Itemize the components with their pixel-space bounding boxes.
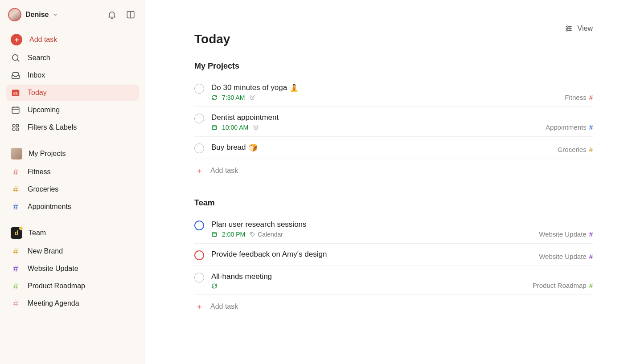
calendar-upcoming-icon <box>11 105 21 115</box>
alarm-icon <box>253 124 259 131</box>
task-emoji: 🍞 <box>249 143 258 152</box>
add-task-label: Add task <box>29 36 57 44</box>
task-checkbox[interactable] <box>194 221 204 230</box>
chevron-down-icon <box>53 12 58 17</box>
search-icon <box>11 53 21 63</box>
add-task-button[interactable]: Add task <box>6 31 139 49</box>
task-body: Plan user research sessions2:00 PMCalend… <box>211 220 532 238</box>
task-project-link[interactable]: Appointments# <box>546 123 593 131</box>
task-row[interactable]: Dentist appointment10:00 AMAppointments# <box>194 107 593 137</box>
section-title: Team <box>29 229 46 237</box>
task-checkbox[interactable] <box>194 114 204 123</box>
sidebar-item-label: Appointments <box>28 203 71 211</box>
task-project-name: Website Update <box>539 253 586 260</box>
task-checkbox[interactable] <box>194 250 204 260</box>
sidebar-item-label: Product Roadmap <box>28 282 85 290</box>
task-row[interactable]: All-hands meetingProduct Roadmap# <box>194 266 593 295</box>
svg-rect-14 <box>12 128 15 130</box>
task-project-link[interactable]: Website Update# <box>539 230 593 238</box>
svg-point-21 <box>566 30 567 31</box>
task-title: Provide feedback on Amy's design <box>211 250 532 259</box>
hash-icon: # <box>11 281 21 291</box>
add-task-label: Add task <box>210 303 238 311</box>
main-content: View Today My ProjectsDo 30 minutes of y… <box>145 0 624 364</box>
date-icon <box>211 231 218 237</box>
profile-name: Denise <box>25 11 49 19</box>
recurring-icon <box>211 94 218 101</box>
hash-icon: # <box>11 167 21 177</box>
task-checkbox[interactable] <box>194 84 204 94</box>
sidebar-item-inbox[interactable]: Inbox <box>6 67 139 83</box>
group-title: Team <box>194 198 593 208</box>
task-title: Dentist appointment <box>211 113 538 122</box>
task-meta: 2:00 PMCalendar <box>211 231 532 238</box>
sidebar-project-meeting-agenda[interactable]: # Meeting Agenda <box>6 295 139 311</box>
sidebar-item-label: New Brand <box>28 247 63 255</box>
svg-point-4 <box>12 55 18 61</box>
sidebar-item-label: Website Update <box>28 265 78 273</box>
team-avatar: d <box>11 227 22 239</box>
sidebar-project-groceries[interactable]: # Groceries <box>6 181 139 197</box>
task-project-link[interactable]: Product Roadmap# <box>533 282 593 289</box>
hash-icon: # <box>11 246 21 256</box>
svg-rect-12 <box>12 124 15 127</box>
task-body: Provide feedback on Amy's design <box>211 250 532 259</box>
svg-rect-13 <box>16 124 18 127</box>
task-checkbox[interactable] <box>194 143 204 153</box>
task-project-link[interactable]: Groceries# <box>558 146 593 153</box>
sidebar-section-team[interactable]: d Team <box>6 224 139 242</box>
group-title: My Projects <box>194 61 593 71</box>
bell-icon[interactable] <box>107 10 117 20</box>
plus-icon: ＋ <box>194 301 204 312</box>
add-task-inline[interactable]: ＋Add task <box>194 295 593 318</box>
task-row[interactable]: Provide feedback on Amy's designWebsite … <box>194 244 593 266</box>
my-projects-avatar <box>11 148 22 160</box>
sidebar-item-filters[interactable]: Filters & Labels <box>6 119 139 135</box>
team-avatar-letter: d <box>15 229 19 237</box>
task-title: Buy bread 🍞 <box>211 143 550 152</box>
add-task-inline[interactable]: ＋Add task <box>194 159 593 182</box>
task-project-link[interactable]: Fitness# <box>565 94 593 101</box>
task-title: Do 30 minutes of yoga 🧘 <box>211 83 558 92</box>
svg-rect-23 <box>212 126 216 130</box>
sidebar-section-my-projects[interactable]: My Projects <box>6 145 139 163</box>
task-time: 10:00 AM <box>222 124 248 131</box>
sidebar-project-new-brand[interactable]: # New Brand <box>6 243 139 259</box>
sidebar-project-website-update[interactable]: # Website Update <box>6 261 139 277</box>
sidebar-project-appointments[interactable]: # Appointments <box>6 199 139 215</box>
svg-point-17 <box>567 26 568 27</box>
svg-line-5 <box>17 60 20 62</box>
sidebar-project-product-roadmap[interactable]: # Product Roadmap <box>6 278 139 294</box>
task-title: Plan user research sessions <box>211 220 532 229</box>
sidebar-project-fitness[interactable]: # Fitness <box>6 164 139 180</box>
page-title: Today <box>194 32 593 46</box>
header-actions <box>107 10 135 20</box>
task-label: Calendar <box>250 231 283 238</box>
inbox-icon <box>11 70 21 80</box>
task-emoji: 🧘 <box>290 84 299 92</box>
sidebar-item-today[interactable]: 21 Today <box>6 85 139 101</box>
sidebar-item-search[interactable]: Search <box>6 50 139 66</box>
task-body: Dentist appointment10:00 AM <box>211 113 538 131</box>
profile-menu[interactable]: Denise <box>8 8 58 21</box>
svg-rect-8 <box>12 107 19 114</box>
task-body: Buy bread 🍞 <box>211 143 550 152</box>
task-meta: 10:00 AM <box>211 124 538 131</box>
task-checkbox[interactable] <box>194 273 204 282</box>
plus-circle-icon <box>11 34 22 45</box>
hash-icon: # <box>589 94 593 101</box>
section-title: My Projects <box>29 150 66 158</box>
task-row[interactable]: Do 30 minutes of yoga 🧘7:30 AMFitness# <box>194 77 593 107</box>
hash-icon: # <box>11 202 21 212</box>
grid-icon <box>11 123 21 132</box>
sidebar: Denise Add task Search Inbox 2 <box>0 0 145 364</box>
task-project-link[interactable]: Website Update# <box>539 253 593 260</box>
panel-icon[interactable] <box>126 10 135 20</box>
view-button[interactable]: View <box>564 24 593 33</box>
add-task-label: Add task <box>210 167 238 175</box>
sidebar-item-label: Upcoming <box>28 106 60 114</box>
sidebar-item-upcoming[interactable]: Upcoming <box>6 102 139 118</box>
task-row[interactable]: Plan user research sessions2:00 PMCalend… <box>194 214 593 244</box>
task-row[interactable]: Buy bread 🍞Groceries# <box>194 137 593 159</box>
alarm-icon <box>249 94 255 101</box>
